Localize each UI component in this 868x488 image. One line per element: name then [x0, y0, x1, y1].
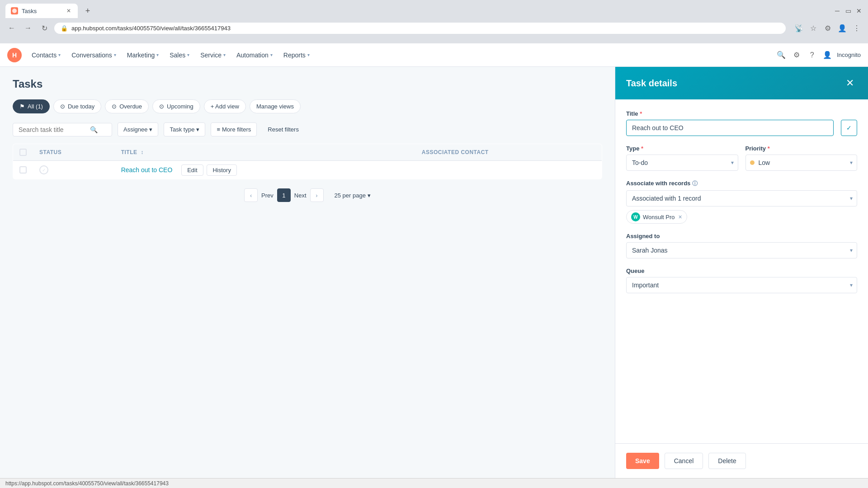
overdue-icon: ⊙ — [112, 103, 117, 110]
title-input[interactable] — [626, 120, 834, 136]
panel-header: Task details ✕ — [615, 67, 868, 99]
browser-nav-icons: 📡 ☆ ⚙ 👤 ⋮ — [793, 22, 863, 34]
next-page-button[interactable]: › — [310, 188, 324, 202]
tab-close-button[interactable]: ✕ — [65, 7, 72, 14]
status-bar: https://app.hubspot.com/tasks/40055750/v… — [0, 478, 868, 488]
extensions-icon[interactable]: ⚙ — [822, 22, 834, 34]
page-title: Tasks — [13, 78, 602, 90]
queue-form-group: Queue Important Normal Low Priority ▾ — [626, 267, 857, 293]
address-bar[interactable]: 🔒 app.hubspot.com/tasks/40055750/view/al… — [54, 23, 786, 34]
profile-icon[interactable]: 👤 — [836, 22, 848, 34]
pagination: ‹ Prev 1 Next › 25 per page ▾ — [13, 188, 602, 202]
select-all-checkbox[interactable] — [19, 149, 27, 156]
prev-page-button[interactable]: ‹ — [244, 188, 258, 202]
panel-title: Task details — [626, 78, 677, 89]
priority-required-marker: * — [768, 145, 770, 152]
associate-label: Associate with records ⓘ — [626, 180, 857, 188]
sort-icon: ↕ — [141, 149, 144, 155]
svg-text:H: H — [12, 52, 17, 59]
assigned-to-select[interactable]: Sarah Jonas — [626, 242, 857, 258]
nav-conversations[interactable]: Conversations ▾ — [67, 49, 121, 61]
nav-reports[interactable]: Reports ▾ — [279, 49, 314, 61]
browser-tab[interactable]: Tasks ✕ — [5, 4, 78, 18]
delete-button[interactable]: Delete — [708, 453, 745, 469]
associate-tag: W Wonsult Pro × — [626, 210, 687, 224]
app-container: H Contacts ▾ Conversations ▾ Marketing ▾… — [0, 43, 868, 488]
tab-title: Tasks — [22, 8, 37, 14]
bookmark-icon[interactable]: ☆ — [807, 22, 819, 34]
title-column-header: TITLE ↕ — [115, 144, 415, 161]
hubspot-logo[interactable]: H — [7, 48, 22, 62]
per-page-chevron-icon: ▾ — [368, 192, 371, 199]
edit-button[interactable]: Edit — [181, 164, 203, 176]
filter-tab-overdue[interactable]: ⊙ Overdue — [105, 99, 149, 113]
current-page-button[interactable]: 1 — [277, 188, 291, 202]
type-select-wrapper: To-do Call Email ▾ — [626, 155, 738, 171]
nav-contacts[interactable]: Contacts ▾ — [27, 49, 65, 61]
associate-select[interactable]: Associated with 1 record Associated with… — [626, 190, 857, 206]
filter-tabs: ⚑ All (1) ⊙ Due today ⊙ Overdue ⊙ Upcomi… — [13, 99, 602, 113]
filter-tab-upcoming[interactable]: ⊙ Upcoming — [152, 99, 200, 113]
table-row: ✓ Reach out to CEO Edit History — [13, 161, 602, 179]
minimize-button[interactable]: ─ — [834, 7, 841, 14]
browser-title-bar: Tasks ✕ + ─ ▭ ✕ — [0, 0, 868, 18]
row-checkbox[interactable] — [19, 166, 27, 174]
more-filters-button[interactable]: ≡ More filters — [211, 122, 257, 136]
task-type-filter[interactable]: Task type ▾ — [164, 122, 205, 136]
per-page-selector[interactable]: 25 per page ▾ — [335, 192, 371, 199]
title-input-row: ✓ — [626, 120, 857, 136]
settings-icon[interactable]: ⚙ — [791, 49, 802, 61]
browser-menu-icon[interactable]: ⋮ — [851, 22, 863, 34]
filter-lines-icon: ≡ — [217, 126, 220, 133]
search-nav-icon[interactable]: 🔍 — [775, 49, 787, 61]
type-form-group: Type * To-do Call Email ▾ — [626, 145, 738, 171]
next-label: Next — [294, 192, 307, 199]
new-tab-button[interactable]: + — [81, 5, 94, 17]
assignee-chevron-icon: ▾ — [149, 126, 152, 133]
window-controls: ─ ▭ ✕ — [834, 7, 863, 14]
confirm-title-button[interactable]: ✓ — [841, 120, 857, 136]
cancel-button[interactable]: Cancel — [665, 453, 703, 469]
close-window-button[interactable]: ✕ — [855, 7, 863, 14]
associate-tag-remove-button[interactable]: × — [679, 213, 682, 221]
nav-service[interactable]: Service ▾ — [196, 49, 230, 61]
manage-views-button[interactable]: Manage views — [250, 99, 301, 113]
help-icon[interactable]: ? — [806, 49, 818, 61]
filter-tab-due-today[interactable]: ⊙ Due today — [53, 99, 101, 113]
queue-select[interactable]: Important Normal Low Priority — [626, 277, 857, 293]
history-button[interactable]: History — [207, 164, 236, 176]
back-button[interactable]: ← — [5, 22, 18, 34]
reports-chevron-icon: ▾ — [307, 52, 310, 57]
table-header: STATUS TITLE ↕ ASSOCIATED CONTACT — [13, 144, 602, 161]
task-title-link[interactable]: Reach out to CEO — [121, 166, 173, 174]
associate-info-icon[interactable]: ⓘ — [692, 180, 698, 187]
nav-sales[interactable]: Sales ▾ — [165, 49, 194, 61]
conversations-chevron-icon: ▾ — [114, 52, 116, 57]
priority-select[interactable]: Low Medium High — [745, 155, 858, 171]
save-button[interactable]: Save — [626, 453, 659, 469]
assigned-to-form-group: Assigned to Sarah Jonas ▾ — [626, 233, 857, 258]
nav-marketing[interactable]: Marketing ▾ — [123, 49, 163, 61]
cast-icon[interactable]: 📡 — [793, 22, 805, 34]
task-status-circle[interactable]: ✓ — [39, 165, 48, 174]
refresh-button[interactable]: ↻ — [38, 22, 51, 34]
nav-automation[interactable]: Automation ▾ — [232, 49, 277, 61]
associated-contact-column-header: ASSOCIATED CONTACT — [415, 144, 602, 161]
automation-chevron-icon: ▾ — [270, 52, 273, 57]
type-select[interactable]: To-do Call Email — [626, 155, 738, 171]
filter-tab-all[interactable]: ⚑ All (1) — [13, 99, 50, 113]
reset-filters-button[interactable]: Reset filters — [262, 123, 304, 136]
status-column-header: STATUS — [33, 144, 115, 161]
maximize-button[interactable]: ▭ — [844, 7, 852, 14]
assignee-filter[interactable]: Assignee ▾ — [118, 122, 158, 136]
url-text: app.hubspot.com/tasks/40055750/view/all/… — [71, 25, 231, 32]
add-view-button[interactable]: + Add view — [204, 99, 246, 113]
search-input[interactable] — [19, 126, 86, 133]
title-label: Title * — [626, 110, 857, 117]
forward-button[interactable]: → — [22, 22, 34, 34]
user-profile-icon[interactable]: 👤 — [821, 49, 833, 61]
panel-actions: Save Cancel Delete — [615, 443, 868, 478]
browser-chrome: Tasks ✕ + ─ ▭ ✕ ← → ↻ 🔒 app.hubspot.com/… — [0, 0, 868, 43]
type-required-marker: * — [641, 145, 643, 152]
panel-close-button[interactable]: ✕ — [843, 76, 857, 90]
